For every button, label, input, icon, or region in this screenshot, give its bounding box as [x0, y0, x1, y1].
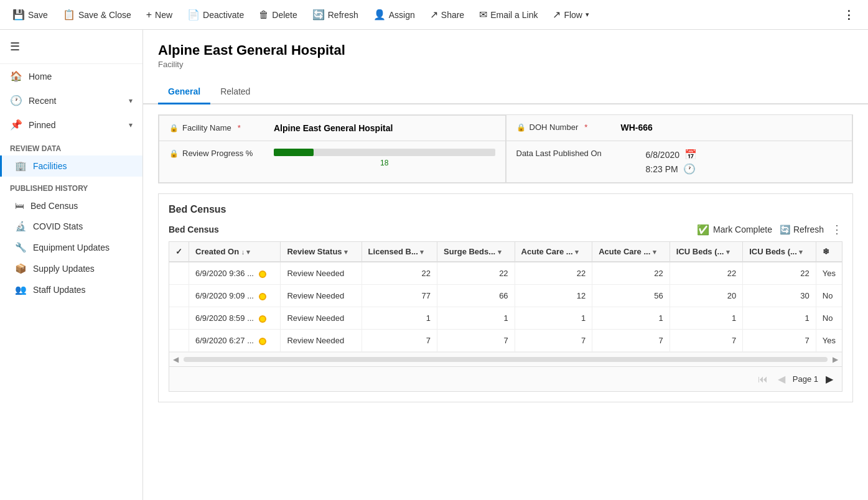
deactivate-button[interactable]: 📄 Deactivate [180, 0, 251, 30]
col-created-on[interactable]: Created On ↓ ▾ [189, 242, 281, 262]
progress-value: 18 [274, 159, 495, 167]
equipment-icon: 🔧 [15, 242, 27, 253]
scroll-right-arrow[interactable]: ▶ [830, 355, 841, 364]
page-first-button[interactable]: ⏮ [755, 371, 770, 387]
check-circle-icon: ✅ [697, 224, 709, 236]
sidebar-item-bed-census[interactable]: 🛏 Bed Census [0, 195, 142, 216]
flow-button[interactable]: ↗ Flow ▾ [545, 0, 597, 30]
row-acute1-3: 7 [515, 330, 592, 352]
row-icu2-1: 30 [743, 285, 816, 307]
sidebar-item-recent[interactable]: 🕐 Recent ▾ [0, 88, 142, 113]
published-date-row: Data Last Published On 6/8/2020 📅 8:23 P… [516, 149, 698, 175]
col-icu-beds-2[interactable]: ICU Beds (... ▾ [743, 242, 816, 262]
flow-chevron-icon: ▾ [586, 11, 589, 19]
row-extra-2: No [816, 307, 842, 330]
date-value: 6/8/2020 [646, 150, 680, 160]
row-icu2-3: 7 [743, 330, 816, 352]
delete-button[interactable]: 🗑 Delete [251, 0, 304, 30]
sidebar-item-covid-stats[interactable]: 🔬 COVID Stats [0, 216, 142, 237]
sidebar-item-pinned[interactable]: 📌 Pinned ▾ [0, 113, 142, 137]
bed-census-more-button[interactable]: ⋮ [831, 223, 842, 236]
published-label: Data Last Published On [516, 149, 641, 158]
bed-census-refresh-button[interactable]: 🔄 Refresh [780, 225, 824, 234]
table-row[interactable]: 6/9/2020 8:59 ... Review Needed 1 1 1 1 … [169, 307, 842, 330]
col-freeze[interactable]: ❄ [816, 242, 842, 262]
sidebar-item-equipment-updates[interactable]: 🔧 Equipment Updates [0, 237, 142, 258]
form-section: 🔒 Facility Name * Alpine East General Ho… [158, 114, 853, 183]
more-icon: ⋮ [843, 8, 856, 22]
table-row[interactable]: 6/9/2020 9:09 ... Review Needed 77 66 12… [169, 285, 842, 307]
refresh-button[interactable]: 🔄 Refresh [305, 0, 366, 30]
bed-census-icon: 🛏 [15, 200, 24, 211]
published-history-section-label: Published History [0, 177, 142, 195]
horizontal-scrollbar[interactable] [184, 357, 828, 362]
covid-stats-icon: 🔬 [15, 221, 27, 232]
row-icu1-2: 1 [670, 307, 742, 330]
row-check-0[interactable] [169, 262, 189, 285]
row-check-2[interactable] [169, 307, 189, 330]
tab-general[interactable]: General [158, 81, 210, 104]
pinned-chevron-icon: ▾ [129, 121, 133, 129]
bed-refresh-icon: 🔄 [780, 225, 790, 234]
col-icu-beds-1[interactable]: ICU Beds (... ▾ [670, 242, 742, 262]
delete-icon: 🗑 [259, 9, 269, 21]
hamburger-menu[interactable]: ☰ [5, 35, 138, 58]
clock-icon[interactable]: 🕐 [683, 163, 696, 175]
facility-subtitle: Facility [158, 60, 853, 69]
table-row[interactable]: 6/9/2020 6:27 ... Review Needed 7 7 7 7 … [169, 330, 842, 352]
row-status-3: Review Needed [281, 330, 362, 352]
progress-container: 18 [269, 149, 495, 167]
row-created-on-3: 6/9/2020 6:27 ... [189, 330, 281, 352]
assign-button[interactable]: 👤 Assign [366, 0, 422, 30]
mark-complete-button[interactable]: ✅ Mark Complete [697, 224, 772, 236]
row-check-1[interactable] [169, 285, 189, 307]
new-button[interactable]: + New [139, 0, 180, 30]
col-licensed-beds[interactable]: Licensed B... ▾ [362, 242, 437, 262]
doh-required-star: * [584, 123, 587, 132]
sidebar-item-home[interactable]: 🏠 Home [0, 64, 142, 88]
row-status-0: Review Needed [281, 262, 362, 285]
more-options-button[interactable]: ⋮ [836, 0, 863, 30]
lock-icon: 🔒 [169, 124, 179, 132]
email-button[interactable]: ✉ Email a Link [472, 0, 545, 30]
col-acute-care-2[interactable]: Acute Care ... ▾ [592, 242, 670, 262]
row-acute2-3: 7 [592, 330, 670, 352]
assign-icon: 👤 [373, 9, 386, 21]
save-button[interactable]: 💾 Save [5, 0, 55, 30]
acute2-sort-icon: ▾ [653, 248, 656, 256]
calendar-icon[interactable]: 📅 [684, 149, 697, 160]
sidebar-item-facilities[interactable]: 🏢 Facilities [0, 155, 142, 177]
sidebar-item-supply-updates[interactable]: 📦 Supply Updates [0, 258, 142, 279]
supply-icon: 📦 [15, 263, 27, 274]
main-content: Alpine East General Hospital Facility Ge… [143, 30, 868, 500]
page-prev-button[interactable]: ◀ [775, 371, 788, 387]
doh-value: WH-666 [616, 123, 653, 132]
page-next-button[interactable]: ▶ [823, 371, 836, 387]
bed-census-table-wrapper: ✓ Created On ↓ ▾ Review Status ▾ License… [169, 241, 842, 392]
status-sort-icon: ▾ [344, 248, 348, 256]
table-footer: ⏮ ◀ Page 1 ▶ [169, 366, 842, 391]
table-row[interactable]: 6/9/2020 9:36 ... Review Needed 22 22 22… [169, 262, 842, 285]
row-check-3[interactable] [169, 330, 189, 352]
row-acute2-0: 22 [592, 262, 670, 285]
share-icon: ↗ [430, 9, 438, 21]
doh-label: 🔒 DOH Number * [516, 123, 616, 132]
sidebar-item-staff-updates[interactable]: 👥 Staff Updates [0, 279, 142, 300]
date-row: 6/8/2020 📅 [646, 149, 698, 160]
page-label: Page 1 [793, 374, 818, 384]
date-time-container: 6/8/2020 📅 8:23 PM 🕐 [646, 149, 698, 175]
surge-sort-icon: ▾ [498, 248, 502, 256]
col-review-status[interactable]: Review Status ▾ [281, 242, 362, 262]
time-row: 8:23 PM 🕐 [646, 163, 698, 175]
refresh-icon: 🔄 [312, 9, 325, 21]
scroll-left-arrow[interactable]: ◀ [170, 355, 181, 364]
licensed-sort-icon: ▾ [420, 248, 424, 256]
row-icu1-1: 20 [670, 285, 742, 307]
row-licensed-0: 22 [362, 262, 437, 285]
col-surge-beds[interactable]: Surge Beds... ▾ [437, 242, 515, 262]
col-acute-care-1[interactable]: Acute Care ... ▾ [515, 242, 592, 262]
share-button[interactable]: ↗ Share [422, 0, 472, 30]
col-check[interactable]: ✓ [169, 242, 189, 262]
tab-related[interactable]: Related [210, 81, 260, 104]
save-close-button[interactable]: 📋 Save & Close [55, 0, 139, 30]
